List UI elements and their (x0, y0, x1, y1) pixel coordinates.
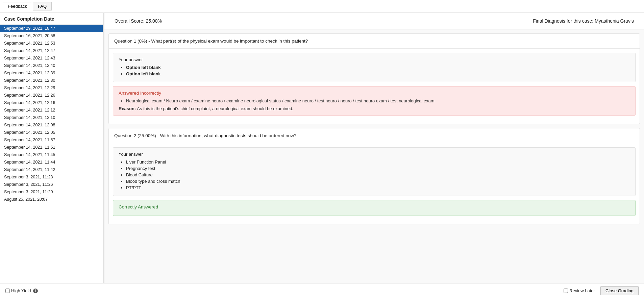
top-bar: FeedbackFAQ (0, 0, 644, 13)
sidebar-title: Case Completion Date (0, 13, 103, 25)
review-later-checkbox[interactable] (564, 289, 568, 293)
sidebar-item[interactable]: September 14, 2021, 11:57 (0, 136, 103, 144)
answer-box-2: Your answerLiver Function PanelPregnancy… (113, 147, 636, 196)
sidebar-item[interactable]: September 14, 2021, 12:47 (0, 47, 103, 54)
sidebar-item[interactable]: September 3, 2021, 11:26 (0, 181, 103, 188)
sidebar-item[interactable]: September 14, 2021, 12:12 (0, 106, 103, 114)
question-header-1: Question 1 (0%) - What part(s) of the ph… (109, 34, 640, 49)
info-icon: i (33, 289, 38, 293)
answer-item: PT/PTT (126, 185, 630, 190)
answer-item: Option left blank (126, 65, 630, 70)
sidebar-item[interactable]: September 14, 2021, 12:16 (0, 99, 103, 106)
your-answer-label-2: Your answer (119, 152, 630, 157)
sidebar-item[interactable]: September 3, 2021, 11:28 (0, 173, 103, 181)
review-later-checkbox-label[interactable]: Review Later (564, 288, 595, 293)
high-yield-checkbox-label[interactable]: High Yield i (5, 288, 38, 293)
tab-faq[interactable]: FAQ (33, 2, 52, 10)
bottom-left: High Yield i (5, 288, 38, 293)
sidebar-item[interactable]: September 14, 2021, 12:05 (0, 129, 103, 136)
answer-item: Option left blank (126, 71, 630, 76)
answer-item: Blood type and cross match (126, 179, 630, 184)
answer-item: Liver Function Panel (126, 159, 630, 165)
sidebar-item[interactable]: September 14, 2021, 11:44 (0, 158, 103, 166)
sidebar-item[interactable]: September 16, 2021, 20:58 (0, 32, 103, 40)
sidebar: Case Completion Date September 29, 2021,… (0, 13, 103, 283)
sidebar-item[interactable]: September 14, 2021, 11:51 (0, 144, 103, 151)
answer-item: Pregnancy test (126, 166, 630, 171)
sidebar-item[interactable]: September 14, 2021, 12:53 (0, 40, 103, 47)
main-layout: Case Completion Date September 29, 2021,… (0, 13, 644, 283)
sidebar-item[interactable]: September 29, 2021, 18:47 (0, 25, 103, 32)
content-area: Overall Score: 25.00% Final Diagnosis fo… (104, 13, 644, 283)
sidebar-item[interactable]: September 14, 2021, 12:43 (0, 54, 103, 62)
review-later-label: Review Later (569, 288, 595, 293)
sidebar-item[interactable]: September 14, 2021, 12:40 (0, 62, 103, 69)
sidebar-item[interactable]: September 14, 2021, 12:30 (0, 77, 103, 84)
score-bar: Overall Score: 25.00% Final Diagnosis fo… (104, 13, 644, 29)
bottom-bar: High Yield i Review Later Close Grading (0, 283, 644, 298)
question-header-2: Question 2 (25.00%) - With this informat… (109, 128, 640, 143)
your-answer-label-1: Your answer (119, 57, 630, 62)
question-block-1: Question 1 (0%) - What part(s) of the ph… (108, 33, 640, 124)
correct-title: Correctly Answered (119, 204, 630, 209)
sidebar-item[interactable]: September 14, 2021, 12:29 (0, 84, 103, 92)
sidebar-item[interactable]: September 14, 2021, 11:42 (0, 166, 103, 173)
overall-score: Overall Score: 25.00% (115, 18, 162, 24)
incorrect-title: Answered Incorrectly (119, 91, 630, 96)
high-yield-checkbox[interactable] (5, 289, 10, 293)
tab-feedback[interactable]: Feedback (3, 2, 32, 10)
high-yield-label: High Yield (11, 288, 31, 293)
final-diagnosis: Final Diagnosis for this case: Myastheni… (533, 18, 634, 24)
incorrect-box-1: Answered IncorrectlyNeurological exam / … (113, 86, 636, 116)
reason-text: Reason: As this is the patient's chief c… (119, 106, 630, 111)
sidebar-item[interactable]: September 14, 2021, 12:26 (0, 92, 103, 99)
sidebar-item[interactable]: August 25, 2021, 20:07 (0, 196, 103, 203)
sidebar-item[interactable]: September 14, 2021, 12:08 (0, 121, 103, 129)
question-block-2: Question 2 (25.00%) - With this informat… (108, 128, 640, 224)
sidebar-item[interactable]: September 14, 2021, 12:10 (0, 114, 103, 121)
answer-item: Blood Culture (126, 172, 630, 177)
bottom-right: Review Later Close Grading (564, 286, 639, 295)
answer-box-1: Your answerOption left blankOption left … (113, 53, 636, 82)
sidebar-item[interactable]: September 14, 2021, 12:39 (0, 69, 103, 77)
correct-box-2: Correctly Answered (113, 200, 636, 216)
close-grading-button[interactable]: Close Grading (600, 286, 639, 295)
sidebar-item[interactable]: September 14, 2021, 11:45 (0, 151, 103, 158)
sidebar-item[interactable]: September 3, 2021, 11:20 (0, 188, 103, 196)
correct-item: Neurological exam / Neuro exam / examine… (126, 98, 630, 103)
